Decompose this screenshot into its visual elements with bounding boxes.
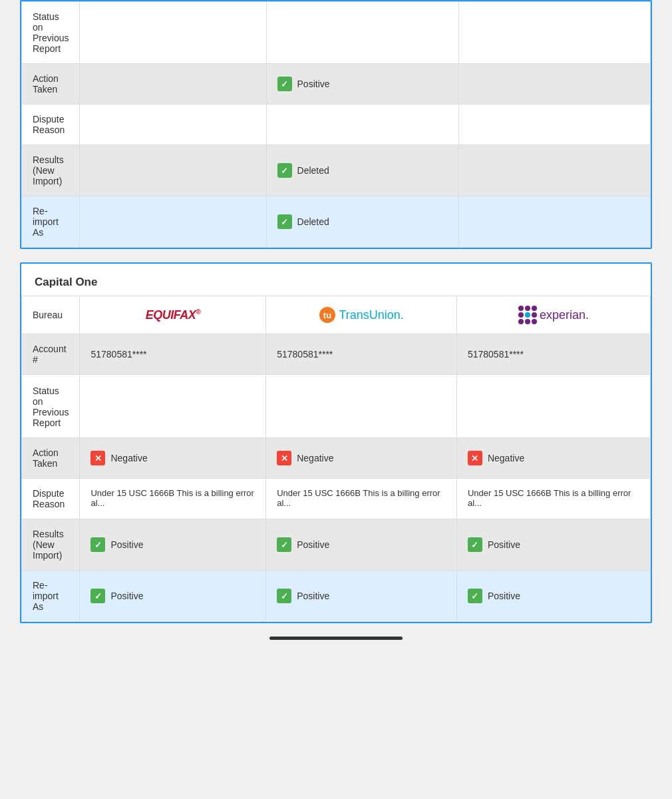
status-label: Positive bbox=[488, 591, 520, 601]
scroll-indicator[interactable] bbox=[269, 637, 403, 640]
row-label: Dispute Reason bbox=[22, 105, 80, 145]
svg-text:tu: tu bbox=[323, 310, 331, 320]
row-label: Results (New Import) bbox=[22, 145, 80, 196]
experian-header: experian. bbox=[456, 296, 650, 334]
page-wrapper: Status on Previous Report Action Taken ✓… bbox=[0, 0, 672, 799]
status-positive: ✓ Deleted bbox=[277, 214, 329, 229]
account-number: 51780581**** bbox=[90, 349, 146, 360]
check-icon: ✓ bbox=[277, 214, 292, 229]
table-cell: ✕ Negative bbox=[456, 438, 650, 479]
table-row: Results (New Import) ✓ Deleted bbox=[22, 145, 651, 196]
account-number: 51780581**** bbox=[468, 349, 524, 360]
table-cell: ✕ Negative bbox=[266, 438, 457, 479]
status-positive: ✓ Positive bbox=[277, 537, 329, 552]
check-icon: ✓ bbox=[277, 163, 292, 178]
table-row: DisputeReason Under 15 USC 1666B This is… bbox=[22, 479, 651, 519]
transunion-text: TransUnion. bbox=[339, 308, 403, 322]
check-icon: ✓ bbox=[90, 537, 105, 552]
transunion-logo: tu TransUnion. bbox=[277, 306, 446, 324]
table-cell bbox=[80, 375, 266, 438]
status-negative: ✕ Negative bbox=[90, 451, 147, 465]
table-cell: 51780581**** bbox=[266, 334, 457, 375]
table-cell: ✓ Positive bbox=[80, 519, 266, 571]
table-cell: ✓ Positive bbox=[266, 64, 458, 105]
check-icon: ✓ bbox=[277, 589, 291, 603]
table-cell bbox=[80, 2, 266, 64]
row-label: Account # bbox=[22, 334, 80, 375]
status-positive: ✓ Positive bbox=[90, 589, 143, 603]
experian-dots-icon bbox=[518, 306, 537, 324]
table-cell: ✓ Positive bbox=[456, 571, 650, 622]
table-row: Action Taken ✓ Positive bbox=[22, 64, 651, 105]
row-label: Results (New Import) bbox=[22, 519, 80, 571]
row-label: DisputeReason bbox=[22, 479, 80, 519]
check-icon: ✓ bbox=[277, 77, 292, 91]
status-positive: ✓ Deleted bbox=[277, 163, 329, 178]
experian-text: experian. bbox=[540, 308, 589, 322]
status-negative: ✕ Negative bbox=[277, 451, 333, 465]
table-cell: Under 15 USC 1666B This is a billing err… bbox=[80, 479, 266, 519]
dispute-reason-text: Under 15 USC 1666B This is a billing err… bbox=[277, 488, 440, 508]
table-cell bbox=[458, 196, 650, 248]
table-cell: ✕ Negative bbox=[80, 438, 266, 479]
status-label: Deleted bbox=[297, 165, 329, 176]
section-title: Capital One bbox=[21, 264, 651, 296]
check-icon: ✓ bbox=[90, 589, 105, 603]
experian-logo: experian. bbox=[468, 306, 639, 324]
dispute-reason-text: Under 15 USC 1666B This is a billing err… bbox=[468, 488, 631, 508]
table-cell: 51780581**** bbox=[80, 334, 266, 375]
status-label: Positive bbox=[297, 591, 329, 601]
dispute-reason-text: Under 15 USC 1666B This is a billing err… bbox=[90, 488, 253, 508]
x-icon: ✕ bbox=[468, 451, 482, 465]
equifax-logo: EQUIFAX® bbox=[90, 308, 255, 322]
table-row: Status onPreviousReport bbox=[22, 375, 651, 438]
row-label: Status onPreviousReport bbox=[22, 375, 80, 438]
table-cell: ✓ Positive bbox=[80, 571, 266, 622]
table-cell bbox=[266, 375, 457, 438]
table-cell bbox=[456, 375, 650, 438]
row-label: Re-import As bbox=[22, 196, 80, 248]
transunion-header: tu TransUnion. bbox=[266, 296, 457, 334]
table-cell bbox=[458, 2, 650, 64]
table-cell: Under 15 USC 1666B This is a billing err… bbox=[456, 479, 650, 519]
table-cell bbox=[458, 64, 650, 105]
status-positive: ✓ Positive bbox=[90, 537, 143, 552]
table-cell bbox=[458, 145, 650, 196]
top-section-card: Status on Previous Report Action Taken ✓… bbox=[20, 0, 652, 249]
status-label: Negative bbox=[110, 453, 147, 463]
row-label: Status on Previous Report bbox=[22, 2, 80, 64]
table-row: Re-import As ✓ Positive ✓ Positive bbox=[22, 571, 651, 622]
status-label: Positive bbox=[297, 539, 329, 550]
check-icon: ✓ bbox=[277, 537, 291, 552]
table-cell: Under 15 USC 1666B This is a billing err… bbox=[266, 479, 457, 519]
check-icon: ✓ bbox=[468, 537, 482, 552]
top-partial-table: Status on Previous Report Action Taken ✓… bbox=[21, 1, 651, 248]
table-row: Account # 51780581**** 51780581**** 5178… bbox=[22, 334, 651, 375]
table-cell bbox=[266, 105, 458, 145]
table-cell: ✓ Positive bbox=[266, 571, 457, 622]
table-cell bbox=[80, 196, 266, 248]
status-positive: ✓ Positive bbox=[277, 77, 330, 91]
table-cell bbox=[458, 105, 650, 145]
table-cell: 51780581**** bbox=[456, 334, 650, 375]
row-label: Action Taken bbox=[22, 438, 80, 479]
table-row: Re-import As ✓ Deleted bbox=[22, 196, 651, 248]
status-label: Negative bbox=[297, 453, 333, 463]
status-positive: ✓ Positive bbox=[468, 537, 520, 552]
row-label: Re-import As bbox=[22, 571, 80, 622]
status-positive: ✓ Positive bbox=[277, 589, 329, 603]
check-icon: ✓ bbox=[468, 589, 482, 603]
transunion-icon: tu bbox=[319, 306, 336, 324]
capital-one-section-card: Capital One Bureau EQUIFAX® bbox=[20, 262, 652, 623]
status-label: Positive bbox=[110, 591, 143, 601]
x-icon: ✕ bbox=[277, 451, 291, 465]
status-negative: ✕ Negative bbox=[468, 451, 524, 465]
bureau-header-row: Bureau EQUIFAX® tu bbox=[22, 296, 651, 334]
row-label-bureau: Bureau bbox=[22, 296, 80, 334]
table-row: Action Taken ✕ Negative ✕ Negative bbox=[22, 438, 651, 479]
table-cell bbox=[80, 145, 266, 196]
capital-one-table: Bureau EQUIFAX® tu bbox=[21, 296, 651, 622]
table-row: Results (New Import) ✓ Positive ✓ Positi… bbox=[22, 519, 651, 571]
status-label: Positive bbox=[488, 539, 520, 550]
row-label: Action Taken bbox=[22, 64, 80, 105]
